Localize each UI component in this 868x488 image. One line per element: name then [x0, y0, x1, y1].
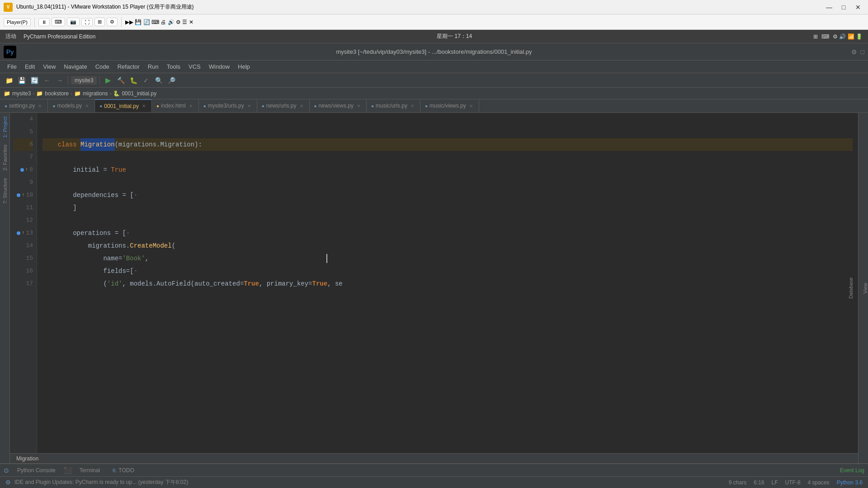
- toolbar-separator: [34, 17, 35, 27]
- tab-python-console[interactable]: Python Console: [13, 465, 60, 475]
- arrow-13: ↑: [22, 227, 24, 239]
- tab-news-urls[interactable]: ● news/urls.py ✕: [257, 99, 310, 112]
- unity-button[interactable]: ⊞: [94, 18, 105, 26]
- right-sidebar-view[interactable]: View: [863, 283, 868, 294]
- status-python-version[interactable]: Python 3.6: [837, 479, 863, 486]
- tab-news-views[interactable]: ● news/views.py ✕: [310, 99, 367, 112]
- menu-refactor[interactable]: Refactor: [114, 61, 143, 72]
- status-encoding[interactable]: UTF-8: [785, 479, 801, 486]
- line-num-8: ↑ 8: [14, 164, 33, 176]
- project-name-badge[interactable]: mysite3: [71, 76, 97, 84]
- breadcrumb-migrations[interactable]: migrations: [83, 90, 108, 97]
- breadcrumb-project[interactable]: mysite3: [12, 90, 31, 97]
- menu-tools[interactable]: Tools: [163, 61, 184, 72]
- tab-close-initial[interactable]: ✕: [141, 103, 147, 109]
- sync-icon[interactable]: 🔄: [29, 75, 40, 86]
- back-icon[interactable]: ←: [42, 75, 52, 86]
- status-plugin-icon: ⚙: [5, 479, 11, 486]
- status-line-ending[interactable]: LF: [772, 479, 778, 486]
- tab-music-urls[interactable]: ● music/urls.py ✕: [367, 99, 420, 112]
- status-indent[interactable]: 4 spaces: [808, 479, 830, 486]
- find-file-icon[interactable]: 🔎: [166, 75, 177, 86]
- search-icon[interactable]: 🔍: [153, 75, 164, 86]
- code-editor[interactable]: 4 5 6 7 ↑ 8 9 ↑: [10, 113, 858, 453]
- run-icon[interactable]: ▶: [103, 75, 113, 86]
- toolbar-separator-2: [121, 17, 122, 27]
- tab-close-mysite3-urls[interactable]: ✕: [246, 103, 252, 109]
- menu-navigate[interactable]: Navigate: [60, 61, 90, 72]
- tab-index-html[interactable]: ● index.html ✕: [152, 99, 199, 112]
- tab-label-initial: 0001_initial.py: [104, 103, 139, 109]
- titlebar-expand-icon[interactable]: □: [861, 48, 864, 56]
- menu-file[interactable]: File: [4, 61, 20, 72]
- event-log-label[interactable]: Event Log: [840, 467, 864, 474]
- tab-music-views[interactable]: ● music/views.py ✕: [420, 99, 479, 112]
- tab-close-index[interactable]: ✕: [188, 103, 194, 109]
- tab-0001-initial[interactable]: ● 0001_initial.py ✕: [95, 99, 152, 112]
- check-icon[interactable]: ✓: [141, 75, 151, 86]
- pause-button[interactable]: ⏸: [38, 18, 50, 26]
- tab-close-news-urls[interactable]: ✕: [298, 103, 305, 109]
- tab-close-music-views[interactable]: ✕: [468, 103, 474, 109]
- tab-close-music-urls[interactable]: ✕: [409, 103, 415, 109]
- vm-right-controls: ▶▶ 💾 🔄 ⌨ 🖨 🔊 ⚙ ☰ ✕: [125, 19, 193, 25]
- breadcrumb-bookstore[interactable]: bookstore: [45, 90, 69, 97]
- fold-icon-10[interactable]: ▸: [135, 189, 137, 202]
- code-line-4: [42, 113, 853, 126]
- tab-terminal[interactable]: Terminal: [75, 465, 104, 475]
- breadcrumb-file[interactable]: 0001_initial.py: [122, 90, 156, 97]
- menu-code[interactable]: Code: [92, 61, 113, 72]
- send-key-button[interactable]: ⌨: [52, 18, 65, 26]
- fold-icon-16[interactable]: ▸: [135, 265, 137, 277]
- structure-panel-label[interactable]: 7: Structure: [0, 174, 9, 207]
- close-button[interactable]: ✕: [852, 2, 864, 12]
- open-folder-icon[interactable]: 📁: [4, 75, 14, 86]
- save-icon[interactable]: 💾: [16, 75, 27, 86]
- settings-button[interactable]: ⚙: [107, 18, 118, 26]
- tab-models-py[interactable]: ● models.py ✕: [48, 99, 95, 112]
- right-sidebar-database[interactable]: Database: [848, 277, 854, 299]
- titlebar-settings-icon[interactable]: ⚙: [851, 48, 857, 56]
- line-num-16: 16: [14, 265, 33, 277]
- menu-window[interactable]: Window: [205, 61, 233, 72]
- menu-run[interactable]: Run: [144, 61, 162, 72]
- menu-edit[interactable]: Edit: [21, 61, 38, 72]
- todo-label: TODO: [118, 467, 134, 474]
- bottom-tab-icon-2: ⬛: [64, 467, 71, 474]
- tab-settings-py[interactable]: ● settings.py ✕: [0, 99, 48, 112]
- fold-icon-13[interactable]: ▸: [127, 227, 130, 239]
- line-num-10: ↑ 10: [14, 189, 33, 202]
- bookmark-dot-8: [20, 168, 24, 172]
- forward-icon[interactable]: →: [54, 75, 65, 86]
- project-panel-label[interactable]: 1: Project: [0, 113, 9, 141]
- debug-icon[interactable]: 🐛: [128, 75, 139, 86]
- player-menu-button[interactable]: Player(P): [4, 18, 31, 26]
- system-indicator-grid[interactable]: ⊞: [813, 33, 818, 40]
- tooltip-migration: Migration: [14, 455, 41, 462]
- fullscreen-button[interactable]: ⛶: [81, 18, 93, 26]
- build-icon[interactable]: 🔨: [115, 75, 126, 86]
- tab-close-news-views[interactable]: ✕: [355, 103, 362, 109]
- status-right: 9 chars 6:16 LF UTF-8 4 spaces Python 3.…: [729, 479, 863, 486]
- vmware-icon: V: [4, 3, 13, 12]
- tab-label-news-urls: news/urls.py: [266, 103, 297, 109]
- app-name-label[interactable]: PyCharm Professional Edition: [24, 33, 95, 40]
- menu-vcs[interactable]: VCS: [185, 61, 204, 72]
- status-position[interactable]: 6:16: [754, 479, 764, 486]
- activities-label[interactable]: 活动: [5, 33, 16, 40]
- status-notification: IDE and Plugin Updates: PyCharm is ready…: [14, 479, 188, 486]
- tab-icon-music-views: ●: [425, 103, 428, 108]
- minimize-button[interactable]: —: [823, 2, 835, 12]
- tab-mysite3-urls[interactable]: ● mysite3/urls.py ✕: [199, 99, 257, 112]
- menu-view[interactable]: View: [39, 61, 59, 72]
- favorites-panel-label[interactable]: 2: Favorites: [0, 141, 9, 174]
- code-content[interactable]: class Migration (migrations.Migration): …: [37, 113, 858, 453]
- tab-close-settings[interactable]: ✕: [37, 103, 43, 109]
- tab-todo[interactable]: 6: TODO: [108, 465, 139, 475]
- screenshot-button[interactable]: 📷: [67, 18, 80, 26]
- line-num-13: ↑ 13: [14, 227, 33, 239]
- maximize-button[interactable]: □: [837, 2, 850, 12]
- tab-close-models[interactable]: ✕: [84, 103, 90, 109]
- line-num-14: 14: [14, 239, 33, 252]
- menu-help[interactable]: Help: [234, 61, 254, 72]
